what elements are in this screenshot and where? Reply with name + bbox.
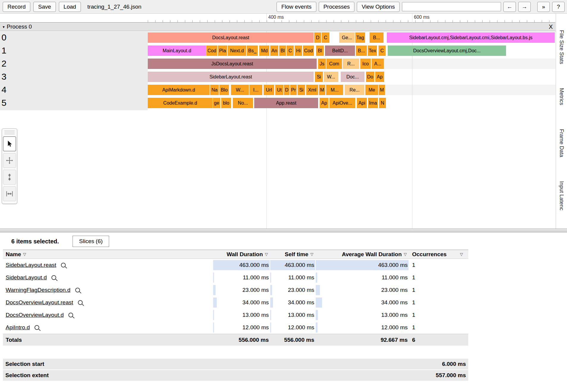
column-header-occurrences[interactable]: Occurrences ▽ <box>409 251 468 258</box>
magnifier-icon[interactable] <box>61 263 66 267</box>
slice-name-link[interactable]: DocsOverviewLayout.d <box>6 312 64 318</box>
flame-slice[interactable]: Bl <box>316 45 324 56</box>
flame-slice[interactable]: SidebarLayout.cmj,SidebarLayout.cmi,Side… <box>387 32 555 43</box>
slice-table-row[interactable]: SidebarLayout.reast463.000 ms463.000 ms4… <box>3 259 468 271</box>
flame-slice[interactable]: No... <box>233 98 253 108</box>
flame-slice[interactable]: Api <box>357 98 367 108</box>
flame-slice[interactable]: Ge... <box>339 32 355 43</box>
flame-slice[interactable]: DocsLayout.reast <box>148 32 314 43</box>
flame-slice[interactable]: I... <box>249 85 262 95</box>
slice-name-link[interactable]: WarningFlagDescription.d <box>6 287 70 293</box>
flame-slice[interactable]: W... <box>231 85 249 95</box>
save-button[interactable]: Save <box>33 2 56 12</box>
flame-slice[interactable]: Blo <box>219 85 229 95</box>
process-close-button[interactable]: X <box>549 23 553 30</box>
slice-table-row[interactable]: ApiIntro.d12.000 ms12.000 ms12.000 ms1 <box>3 321 468 334</box>
flame-slice[interactable]: Js <box>318 59 326 69</box>
disclosure-triangle-icon[interactable]: ▾ <box>3 25 5 29</box>
flame-slice[interactable]: Me <box>365 85 378 95</box>
slice-table-row[interactable]: WarningFlagDescription.d23.000 ms23.000 … <box>3 284 468 296</box>
processes-button[interactable]: Processes <box>319 2 355 12</box>
flame-slice[interactable]: B... <box>356 45 367 56</box>
more-chevrons-button[interactable]: » <box>537 2 550 12</box>
flame-slice[interactable]: Na <box>210 85 219 95</box>
record-button[interactable]: Record <box>3 2 30 12</box>
flame-slice[interactable]: Re... <box>345 85 364 95</box>
flame-slice[interactable]: D <box>284 85 290 95</box>
palette-drag-grip[interactable] <box>4 130 15 135</box>
flame-slice[interactable]: Ap <box>320 98 329 108</box>
flame-slice[interactable]: N <box>379 98 386 108</box>
column-header-name[interactable]: Name ▽ <box>3 251 213 258</box>
column-header-average-wall-duration[interactable]: Average Wall Duration ▽ <box>315 251 409 258</box>
flame-slice[interactable]: JsDocsLayout.reast <box>148 59 317 69</box>
flame-slice[interactable]: ApiMarkdown.d <box>148 85 210 95</box>
flame-slice[interactable]: Ap <box>375 72 384 82</box>
flame-slice[interactable]: App.reast <box>254 98 318 108</box>
flame-slice[interactable]: Tag <box>355 32 365 43</box>
flame-slice[interactable]: C <box>287 45 294 56</box>
timing-tool-button[interactable] <box>3 186 16 201</box>
flame-slice[interactable]: Hi <box>295 45 302 56</box>
slice-name-link[interactable]: SidebarLayout.reast <box>6 262 56 268</box>
flame-slice[interactable]: Ima <box>368 98 378 108</box>
flame-slice[interactable]: Com <box>326 59 342 69</box>
search-input[interactable] <box>402 2 501 11</box>
slice-name-link[interactable]: ApiIntro.d <box>6 324 30 331</box>
column-header-self-time[interactable]: Self time ▽ <box>270 251 315 258</box>
flame-slice[interactable]: MainLayout.d <box>148 45 206 56</box>
flame-slice[interactable]: Cod <box>206 45 217 56</box>
right-tab-frame-data[interactable]: Frame Data <box>558 129 565 157</box>
load-button[interactable]: Load <box>59 2 81 12</box>
flow-events-button[interactable]: Flow events <box>277 2 316 12</box>
flame-slice[interactable]: A... <box>372 59 384 69</box>
flame-slice[interactable]: M... <box>326 85 343 95</box>
flame-slice[interactable]: ApiOve... <box>329 98 355 108</box>
flame-slice[interactable]: Do <box>366 72 374 82</box>
flame-slice[interactable]: An <box>270 45 278 56</box>
magnifier-icon[interactable] <box>51 275 56 280</box>
vertical-zoom-tool-button[interactable] <box>3 170 16 185</box>
flame-slice[interactable]: BeltD... <box>325 45 355 56</box>
flame-slice[interactable]: Xml <box>306 85 318 95</box>
pan-tool-button[interactable] <box>3 153 16 168</box>
slice-table-row[interactable]: DocsOverviewLayout.reast34.000 ms34.000 … <box>3 296 468 309</box>
flame-slice[interactable]: Si <box>298 85 305 95</box>
flame-slice[interactable]: ge <box>213 98 220 108</box>
flame-slice[interactable]: Ico <box>360 59 371 69</box>
flame-slice[interactable]: C <box>378 45 386 56</box>
flame-slice[interactable]: Next.d <box>228 45 246 56</box>
flame-slice[interactable]: Cod <box>303 45 314 56</box>
flame-slice[interactable]: SidebarLayout.reast <box>148 72 314 82</box>
magnifier-icon[interactable] <box>75 288 80 292</box>
magnifier-icon[interactable] <box>78 300 83 305</box>
flame-slice[interactable]: blo <box>221 98 231 108</box>
flame-slice[interactable]: M <box>319 85 325 95</box>
right-tab-input-latenc[interactable]: Input Latenc <box>558 181 565 210</box>
flame-slice[interactable]: W... <box>324 72 338 82</box>
slice-name-link[interactable]: SidebarLayout.d <box>6 274 47 281</box>
slice-table-row[interactable]: DocsOverviewLayout.d13.000 ms13.000 ms13… <box>3 309 468 321</box>
flame-slice[interactable]: B... <box>370 32 384 43</box>
magnifier-icon[interactable] <box>34 325 39 330</box>
column-header-wall-duration[interactable]: Wall Duration ▽ <box>213 251 270 258</box>
flame-slice[interactable]: Url <box>264 85 274 95</box>
flame-slice[interactable]: Md <box>259 45 269 56</box>
slice-table-row[interactable]: SidebarLayout.d11.000 ms11.000 ms11.000 … <box>3 271 468 284</box>
flame-slice[interactable]: Doc... <box>341 72 365 82</box>
selection-tool-button[interactable] <box>3 136 16 151</box>
flame-slice[interactable]: R... <box>343 59 359 69</box>
view-options-button[interactable]: View Options <box>357 2 400 12</box>
right-tab-metrics[interactable]: Metrics <box>558 88 565 105</box>
find-previous-button[interactable]: ← <box>503 2 516 12</box>
flame-slice[interactable]: Bs_ <box>247 45 258 56</box>
tab-slices[interactable]: Slices (6) <box>73 236 109 247</box>
slice-name-link[interactable]: DocsOverviewLayout.reast <box>6 299 73 306</box>
flame-slice[interactable]: M <box>379 85 385 95</box>
flame-slice[interactable]: Pr <box>290 85 297 95</box>
flame-slice[interactable]: D <box>314 32 321 43</box>
process-header[interactable]: ▾ Process 0 X <box>0 23 555 31</box>
flame-slice[interactable]: Ut <box>275 85 283 95</box>
flame-slice[interactable]: Si <box>315 72 323 82</box>
flame-slice[interactable]: CodeExample.d <box>148 98 213 108</box>
